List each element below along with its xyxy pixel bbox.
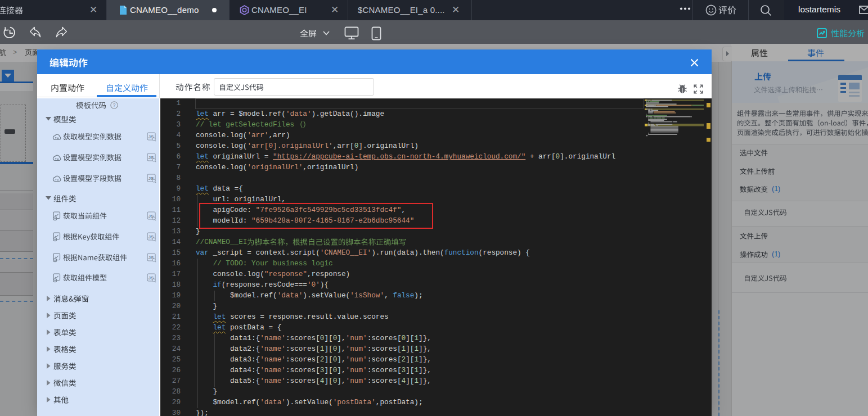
svg-text:?: ? bbox=[113, 102, 115, 108]
